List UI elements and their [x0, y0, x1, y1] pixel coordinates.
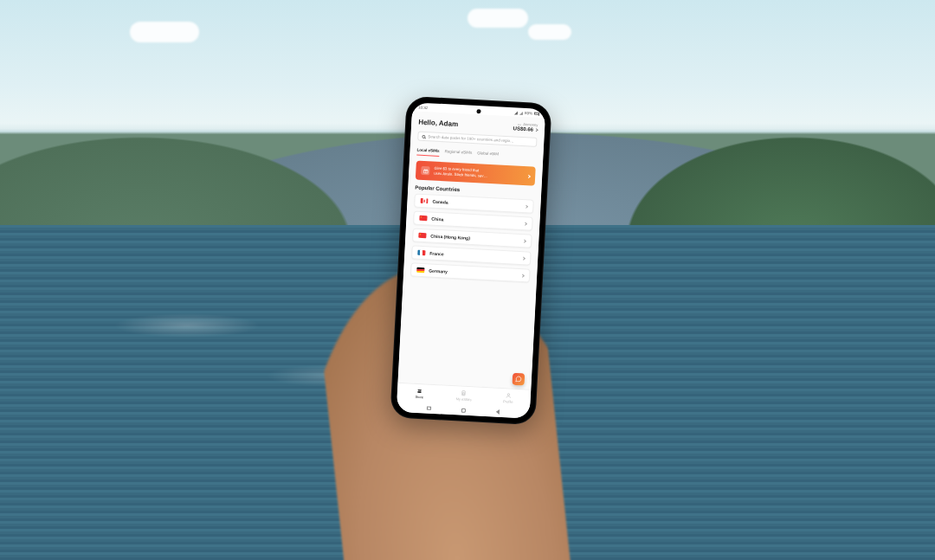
svg-rect-2	[463, 393, 465, 395]
recent-apps-button[interactable]	[427, 407, 431, 410]
referral-promo-banner[interactable]: Give $3 to every friend that uses Airalo…	[416, 161, 536, 186]
nav-store-label: Store	[415, 395, 423, 399]
country-name: China (Hong Kong)	[430, 234, 519, 243]
nav-profile-label: Profile	[503, 399, 513, 404]
airmoney-value: US$0.66	[513, 126, 534, 132]
nav-store[interactable]: Store	[397, 383, 442, 404]
chevron-right-icon	[521, 274, 525, 277]
phone-device-frame: 10:32 89% Hello, Adam ▭ Airmoney	[390, 96, 551, 425]
airmoney-balance[interactable]: ▭ Airmoney US$0.66	[513, 121, 538, 132]
phone-screen: 10:32 89% Hello, Adam ▭ Airmoney	[397, 102, 546, 419]
sim-icon	[461, 390, 467, 396]
chevron-right-icon	[522, 256, 526, 260]
country-row-germany[interactable]: Germany	[410, 262, 531, 282]
search-icon	[422, 134, 425, 138]
background-photo: 10:32 89% Hello, Adam ▭ Airmoney	[0, 0, 935, 560]
flag-icon-france	[417, 250, 425, 255]
status-time: 10:32	[418, 106, 429, 111]
flag-icon-china-hk	[418, 233, 426, 238]
flag-icon-china	[419, 216, 427, 221]
flag-icon-canada	[420, 198, 428, 203]
home-button[interactable]	[461, 408, 466, 412]
nav-my-esims-label: My eSIMs	[456, 396, 472, 402]
country-name: France	[429, 251, 518, 261]
battery-icon	[534, 113, 539, 115]
chevron-right-icon	[525, 204, 528, 208]
gift-icon	[421, 166, 430, 176]
flag-icon-germany	[416, 267, 424, 273]
chat-icon	[515, 376, 522, 383]
battery-pct: 89%	[525, 111, 532, 115]
app-body: Hello, Adam ▭ Airmoney US$0.66	[398, 111, 545, 389]
nav-profile[interactable]: Profile	[486, 388, 531, 409]
country-name: Germany	[429, 267, 517, 277]
svg-point-3	[507, 394, 509, 396]
chevron-right-icon	[534, 128, 538, 132]
greeting-text: Hello, Adam	[418, 119, 458, 128]
profile-icon	[506, 392, 512, 398]
back-button[interactable]	[496, 409, 500, 415]
country-row-france[interactable]: France	[411, 245, 532, 265]
country-row-china-hk[interactable]: China (Hong Kong)	[412, 228, 532, 248]
store-icon	[416, 388, 422, 394]
tab-global-esim[interactable]: Global eSIM	[477, 148, 499, 159]
chevron-right-icon	[523, 239, 526, 242]
country-name: China	[431, 216, 519, 226]
country-name: Canada	[432, 199, 520, 209]
tab-local-esims[interactable]: Local eSIMs	[416, 145, 440, 157]
popular-countries-list: Canada China China (Hong Kong)	[403, 193, 541, 283]
search-placeholder: Search data packs for 190+ countries and…	[428, 134, 513, 143]
country-row-china[interactable]: China	[413, 210, 533, 230]
signal-icon	[514, 111, 518, 114]
wifi-icon	[519, 111, 523, 114]
chevron-right-icon	[527, 174, 531, 177]
chat-fab[interactable]	[513, 373, 526, 386]
tab-regional-esims[interactable]: Regional eSIMs	[444, 146, 472, 158]
chevron-right-icon	[524, 222, 527, 225]
nav-my-esims[interactable]: My eSIMs	[442, 385, 487, 406]
